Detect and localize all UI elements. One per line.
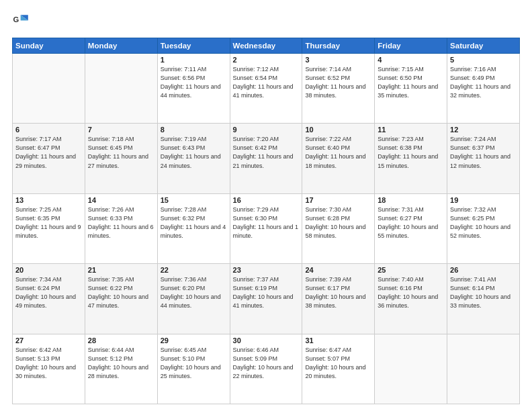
day-info: Sunrise: 7:17 AM Sunset: 6:47 PM Dayligh…: [15, 135, 82, 170]
calendar-day-cell: 26Sunrise: 7:41 AM Sunset: 6:14 PM Dayli…: [447, 264, 520, 334]
day-number: 23: [233, 266, 300, 274]
day-number: 10: [305, 126, 371, 134]
day-info: Sunrise: 6:46 AM Sunset: 5:09 PM Dayligh…: [233, 346, 300, 381]
calendar-week-row: 6Sunrise: 7:17 AM Sunset: 6:47 PM Daylig…: [13, 124, 520, 193]
calendar-header-row: SundayMondayTuesdayWednesdayThursdayFrid…: [13, 38, 520, 54]
calendar-week-row: 20Sunrise: 7:34 AM Sunset: 6:24 PM Dayli…: [13, 264, 520, 334]
day-info: Sunrise: 7:28 AM Sunset: 6:32 PM Dayligh…: [161, 205, 227, 240]
day-info: Sunrise: 7:29 AM Sunset: 6:30 PM Dayligh…: [233, 205, 300, 240]
day-info: Sunrise: 7:18 AM Sunset: 6:45 PM Dayligh…: [88, 135, 154, 170]
day-number: 29: [161, 336, 227, 345]
svg-text:G: G: [13, 15, 19, 24]
day-info: Sunrise: 7:40 AM Sunset: 6:16 PM Dayligh…: [378, 275, 444, 310]
day-info: Sunrise: 7:20 AM Sunset: 6:42 PM Dayligh…: [233, 135, 300, 170]
day-info: Sunrise: 7:25 AM Sunset: 6:35 PM Dayligh…: [15, 205, 82, 240]
day-number: 15: [161, 196, 227, 204]
weekday-header: Saturday: [447, 38, 520, 54]
calendar-table: SundayMondayTuesdayWednesdayThursdayFrid…: [12, 38, 520, 404]
day-info: Sunrise: 6:42 AM Sunset: 5:13 PM Dayligh…: [15, 346, 82, 381]
calendar-day-cell: 25Sunrise: 7:40 AM Sunset: 6:16 PM Dayli…: [375, 264, 447, 334]
header: G: [12, 12, 520, 31]
day-number: 22: [161, 266, 227, 274]
calendar-day-cell: 14Sunrise: 7:26 AM Sunset: 6:33 PM Dayli…: [85, 193, 157, 263]
calendar-day-cell: 3Sunrise: 7:14 AM Sunset: 6:52 PM Daylig…: [302, 54, 375, 124]
generalblue-logo-icon: G: [12, 12, 31, 31]
day-info: Sunrise: 7:37 AM Sunset: 6:19 PM Dayligh…: [233, 275, 300, 310]
calendar-day-cell: 18Sunrise: 7:31 AM Sunset: 6:27 PM Dayli…: [375, 193, 447, 263]
day-number: 6: [15, 126, 82, 134]
calendar-day-cell: 20Sunrise: 7:34 AM Sunset: 6:24 PM Dayli…: [13, 264, 85, 334]
day-info: Sunrise: 7:35 AM Sunset: 6:22 PM Dayligh…: [88, 275, 154, 310]
weekday-header: Sunday: [13, 38, 85, 54]
day-number: 12: [450, 126, 517, 134]
day-info: Sunrise: 7:23 AM Sunset: 6:38 PM Dayligh…: [378, 135, 444, 170]
calendar-day-cell: 27Sunrise: 6:42 AM Sunset: 5:13 PM Dayli…: [13, 334, 85, 404]
calendar-day-cell: 24Sunrise: 7:39 AM Sunset: 6:17 PM Dayli…: [302, 264, 375, 334]
day-info: Sunrise: 6:47 AM Sunset: 5:07 PM Dayligh…: [305, 346, 371, 381]
day-info: Sunrise: 7:15 AM Sunset: 6:50 PM Dayligh…: [378, 65, 444, 100]
calendar-day-cell: 17Sunrise: 7:30 AM Sunset: 6:28 PM Dayli…: [302, 193, 375, 263]
day-number: 9: [233, 126, 300, 134]
day-number: 16: [233, 196, 300, 204]
day-info: Sunrise: 6:44 AM Sunset: 5:12 PM Dayligh…: [88, 346, 154, 381]
day-number: 17: [305, 196, 371, 204]
calendar-day-cell: 8Sunrise: 7:19 AM Sunset: 6:43 PM Daylig…: [157, 124, 230, 193]
day-info: Sunrise: 7:26 AM Sunset: 6:33 PM Dayligh…: [88, 205, 154, 240]
calendar-day-cell: 28Sunrise: 6:44 AM Sunset: 5:12 PM Dayli…: [85, 334, 157, 404]
day-number: 3: [305, 56, 371, 64]
day-number: 18: [378, 196, 444, 204]
calendar-empty-cell: [85, 54, 157, 124]
day-info: Sunrise: 7:22 AM Sunset: 6:40 PM Dayligh…: [305, 135, 371, 170]
day-number: 4: [378, 56, 444, 64]
calendar-week-row: 1Sunrise: 7:11 AM Sunset: 6:56 PM Daylig…: [13, 54, 520, 124]
weekday-header: Monday: [85, 38, 157, 54]
day-number: 11: [378, 126, 444, 134]
day-number: 14: [88, 196, 154, 204]
calendar-day-cell: 7Sunrise: 7:18 AM Sunset: 6:45 PM Daylig…: [85, 124, 157, 193]
calendar-empty-cell: [447, 334, 520, 404]
day-info: Sunrise: 7:16 AM Sunset: 6:49 PM Dayligh…: [450, 65, 517, 100]
day-number: 31: [305, 336, 371, 345]
calendar-day-cell: 13Sunrise: 7:25 AM Sunset: 6:35 PM Dayli…: [13, 193, 85, 263]
day-number: 30: [233, 336, 300, 345]
calendar-day-cell: 2Sunrise: 7:12 AM Sunset: 6:54 PM Daylig…: [230, 54, 302, 124]
day-info: Sunrise: 7:24 AM Sunset: 6:37 PM Dayligh…: [450, 135, 517, 170]
calendar-day-cell: 12Sunrise: 7:24 AM Sunset: 6:37 PM Dayli…: [447, 124, 520, 193]
calendar-day-cell: 11Sunrise: 7:23 AM Sunset: 6:38 PM Dayli…: [375, 124, 447, 193]
calendar-day-cell: 21Sunrise: 7:35 AM Sunset: 6:22 PM Dayli…: [85, 264, 157, 334]
day-info: Sunrise: 7:34 AM Sunset: 6:24 PM Dayligh…: [15, 275, 82, 310]
calendar-day-cell: 31Sunrise: 6:47 AM Sunset: 5:07 PM Dayli…: [302, 334, 375, 404]
day-info: Sunrise: 7:32 AM Sunset: 6:25 PM Dayligh…: [450, 205, 517, 240]
day-info: Sunrise: 7:31 AM Sunset: 6:27 PM Dayligh…: [378, 205, 444, 240]
calendar-empty-cell: [375, 334, 447, 404]
day-number: 26: [450, 266, 517, 274]
day-info: Sunrise: 7:14 AM Sunset: 6:52 PM Dayligh…: [305, 65, 371, 100]
day-info: Sunrise: 7:30 AM Sunset: 6:28 PM Dayligh…: [305, 205, 371, 240]
day-number: 27: [15, 336, 82, 345]
weekday-header: Wednesday: [230, 38, 302, 54]
calendar-day-cell: 15Sunrise: 7:28 AM Sunset: 6:32 PM Dayli…: [157, 193, 230, 263]
day-info: Sunrise: 7:12 AM Sunset: 6:54 PM Dayligh…: [233, 65, 300, 100]
calendar-day-cell: 23Sunrise: 7:37 AM Sunset: 6:19 PM Dayli…: [230, 264, 302, 334]
calendar-day-cell: 30Sunrise: 6:46 AM Sunset: 5:09 PM Dayli…: [230, 334, 302, 404]
calendar-day-cell: 9Sunrise: 7:20 AM Sunset: 6:42 PM Daylig…: [230, 124, 302, 193]
calendar-day-cell: 16Sunrise: 7:29 AM Sunset: 6:30 PM Dayli…: [230, 193, 302, 263]
day-number: 20: [15, 266, 82, 274]
day-number: 1: [161, 56, 227, 64]
calendar-day-cell: 1Sunrise: 7:11 AM Sunset: 6:56 PM Daylig…: [157, 54, 230, 124]
day-number: 7: [88, 126, 154, 134]
day-number: 2: [233, 56, 300, 64]
day-info: Sunrise: 6:45 AM Sunset: 5:10 PM Dayligh…: [161, 346, 227, 381]
day-number: 5: [450, 56, 517, 64]
calendar-day-cell: 29Sunrise: 6:45 AM Sunset: 5:10 PM Dayli…: [157, 334, 230, 404]
calendar-day-cell: 6Sunrise: 7:17 AM Sunset: 6:47 PM Daylig…: [13, 124, 85, 193]
day-info: Sunrise: 7:36 AM Sunset: 6:20 PM Dayligh…: [161, 275, 227, 310]
day-number: 13: [15, 196, 82, 204]
day-info: Sunrise: 7:19 AM Sunset: 6:43 PM Dayligh…: [161, 135, 227, 170]
calendar-week-row: 27Sunrise: 6:42 AM Sunset: 5:13 PM Dayli…: [13, 334, 520, 404]
day-number: 19: [450, 196, 517, 204]
day-info: Sunrise: 7:41 AM Sunset: 6:14 PM Dayligh…: [450, 275, 517, 310]
day-number: 21: [88, 266, 154, 274]
weekday-header: Friday: [375, 38, 447, 54]
day-number: 24: [305, 266, 371, 274]
